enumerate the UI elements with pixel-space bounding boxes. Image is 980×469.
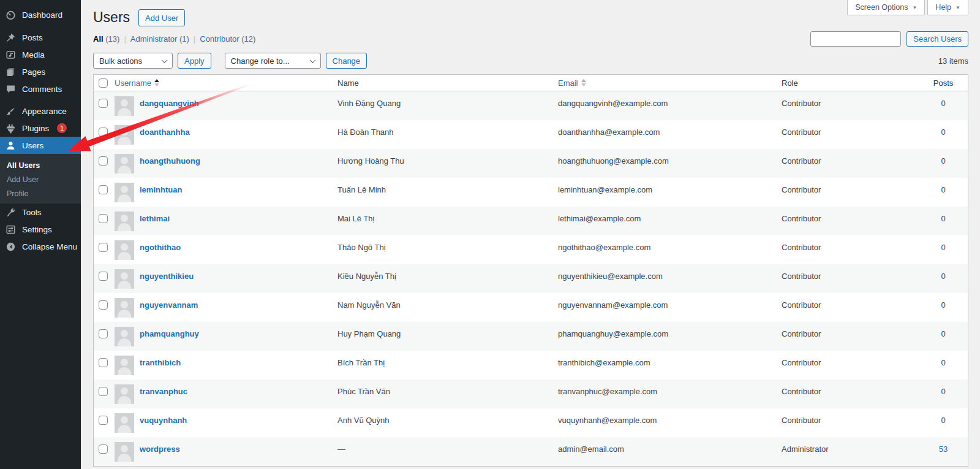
select-user-checkbox[interactable]: [99, 156, 108, 166]
help-label: Help: [935, 3, 951, 12]
username-link[interactable]: vuquynhanh: [140, 416, 187, 437]
username-link[interactable]: doanthanhha: [140, 128, 190, 149]
header-cell-username: Username: [115, 75, 337, 91]
pushpin-icon: [6, 32, 17, 43]
submenu-item-profile[interactable]: Profile: [0, 187, 81, 201]
help-button[interactable]: Help ▼: [927, 0, 968, 15]
chevron-down-icon: [309, 57, 315, 63]
search-users-button[interactable]: Search Users: [907, 31, 968, 47]
username-link[interactable]: lethimai: [140, 214, 170, 235]
sidebar-item-users[interactable]: Users: [0, 137, 81, 154]
email-link[interactable]: doanthanhha@example.com: [558, 120, 782, 149]
select-user-checkbox[interactable]: [99, 387, 108, 396]
sidebar-item-tools[interactable]: Tools: [0, 204, 81, 221]
sidebar-item-collapse-menu[interactable]: Collapse Menu: [0, 238, 81, 255]
select-user-checkbox[interactable]: [99, 272, 108, 281]
email-link[interactable]: vuquynhanh@example.com: [558, 408, 782, 437]
email-link[interactable]: tranvanphuc@example.com: [558, 379, 782, 408]
select-user-checkbox[interactable]: [99, 214, 108, 223]
sidebar-item-pages[interactable]: Pages: [0, 63, 81, 80]
user-avatar: [115, 96, 134, 116]
sidebar-item-label: Users: [22, 141, 43, 150]
sort-by-username-link[interactable]: Username: [115, 78, 159, 88]
sidebar-item-settings[interactable]: Settings: [0, 221, 81, 238]
sidebar-item-plugins[interactable]: Plugins 1: [0, 120, 81, 137]
column-label: Name: [337, 78, 359, 88]
row-cell-posts: 0: [922, 149, 968, 178]
row-cell-username: ngothithao: [115, 235, 337, 264]
change-role-button[interactable]: Change: [326, 53, 368, 69]
user-table-row: vuquynhanh Anh Vũ Quỳnh vuquynhanh@examp…: [94, 408, 968, 437]
sidebar-item-label: Comments: [22, 85, 62, 94]
row-cell-username: leminhtuan: [115, 178, 337, 207]
submenu-item-all-users[interactable]: All Users: [0, 159, 81, 173]
user-avatar: [115, 240, 134, 260]
row-cell-role: Administrator: [782, 437, 922, 466]
bulk-actions-toolbar: Bulk actions Apply Change role to... Cha…: [93, 53, 968, 69]
add-user-button[interactable]: Add User: [138, 9, 185, 26]
select-user-checkbox[interactable]: [99, 128, 108, 137]
email-link[interactable]: hoangthuhuong@example.com: [558, 149, 782, 178]
email-link[interactable]: nguyenthikieu@example.com: [558, 264, 782, 293]
posts-count: 0: [941, 387, 945, 408]
email-link[interactable]: ngothithao@example.com: [558, 235, 782, 264]
user-table-row: tranvanphuc Phúc Trần Văn tranvanphuc@ex…: [94, 379, 968, 408]
row-cell-role: Contributor: [782, 120, 922, 149]
row-cell-checkbox: [94, 408, 115, 437]
chevron-down-icon: [162, 57, 168, 63]
username-link[interactable]: nguyenthikieu: [140, 272, 194, 293]
username-link[interactable]: leminhtuan: [140, 185, 182, 207]
row-cell-role: Contributor: [782, 178, 922, 207]
username-link[interactable]: dangquangvinh: [140, 99, 199, 120]
row-cell-role: Contributor: [782, 91, 922, 120]
select-user-checkbox[interactable]: [99, 416, 108, 425]
select-user-checkbox[interactable]: [99, 329, 108, 338]
select-user-checkbox[interactable]: [99, 243, 108, 252]
username-link[interactable]: phamquanghuy: [140, 329, 199, 351]
email-link[interactable]: leminhtuan@example.com: [558, 178, 782, 207]
sidebar-item-dashboard[interactable]: Dashboard: [0, 6, 81, 23]
view-contributor-link[interactable]: Contributor (12): [200, 34, 255, 44]
username-link[interactable]: tranthibich: [140, 358, 181, 379]
username-link[interactable]: wordpress: [140, 444, 180, 466]
row-cell-username: dangquangvinh: [115, 91, 337, 120]
username-link[interactable]: tranvanphuc: [140, 387, 187, 408]
sort-by-email-link[interactable]: Email: [558, 78, 586, 88]
select-user-checkbox[interactable]: [99, 444, 108, 454]
bulk-actions-select[interactable]: Bulk actions: [93, 53, 173, 69]
user-table-row: wordpress — admin@email.com Administrato…: [94, 437, 968, 466]
sidebar-item-appearance[interactable]: Appearance: [0, 102, 81, 120]
change-role-select[interactable]: Change role to...: [225, 53, 321, 69]
email-link[interactable]: dangquangvinh@example.com: [558, 91, 782, 120]
username-link[interactable]: nguyenvannam: [140, 300, 198, 322]
view-count: (12): [241, 34, 255, 44]
email-link[interactable]: phamquanghuy@example.com: [558, 322, 782, 351]
row-cell-checkbox: [94, 437, 115, 466]
row-cell-username: nguyenvannam: [115, 293, 337, 322]
sidebar-item-label: Dashboard: [22, 10, 62, 20]
select-user-checkbox[interactable]: [99, 99, 108, 108]
submenu-item-add-user[interactable]: Add User: [0, 173, 81, 187]
email-link[interactable]: tranthibich@example.com: [558, 351, 782, 379]
view-all-link[interactable]: All (13): [93, 34, 119, 44]
row-cell-role: Contributor: [782, 149, 922, 178]
apply-button[interactable]: Apply: [178, 53, 211, 69]
select-user-checkbox[interactable]: [99, 185, 108, 194]
select-all-checkbox[interactable]: [99, 78, 108, 88]
select-user-checkbox[interactable]: [99, 358, 108, 367]
username-link[interactable]: hoangthuhuong: [140, 156, 200, 178]
posts-count: 0: [941, 358, 945, 379]
sidebar-item-comments[interactable]: Comments: [0, 80, 81, 97]
screen-options-button[interactable]: Screen Options ▼: [847, 0, 925, 15]
select-user-checkbox[interactable]: [99, 300, 108, 310]
user-table-row: ngothithao Thảo Ngô Thị ngothithao@examp…: [94, 235, 968, 264]
email-link[interactable]: lethimai@example.com: [558, 207, 782, 235]
email-link[interactable]: nguyenvannam@example.com: [558, 293, 782, 322]
sidebar-item-posts[interactable]: Posts: [0, 29, 81, 46]
search-users-input[interactable]: [810, 31, 901, 47]
row-cell-name: Mai Lê Thị: [337, 207, 558, 235]
sidebar-item-media[interactable]: Media: [0, 46, 81, 63]
username-link[interactable]: ngothithao: [140, 243, 181, 264]
view-administrator-link[interactable]: Administrator (1): [130, 34, 189, 44]
email-link[interactable]: admin@email.com: [558, 437, 782, 466]
